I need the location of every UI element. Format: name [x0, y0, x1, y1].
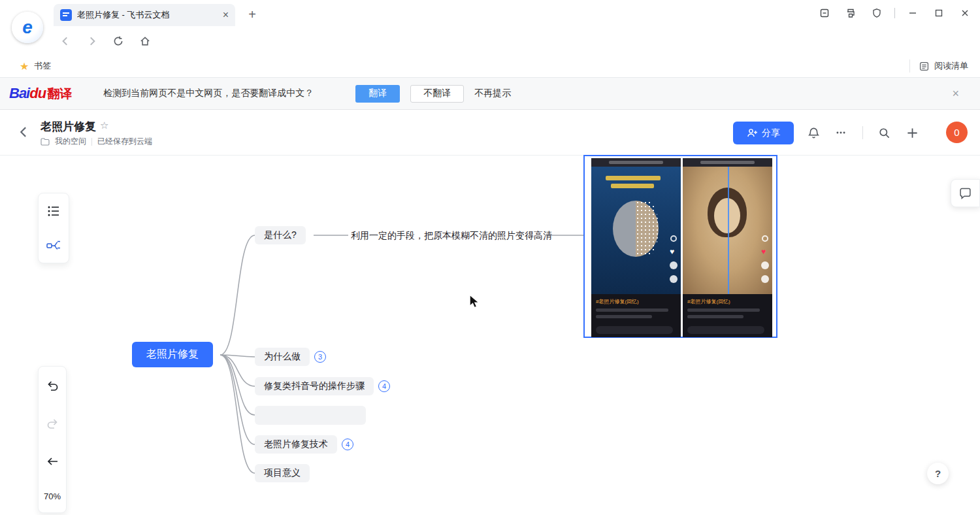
maximize-button[interactable] — [928, 3, 950, 23]
share-button[interactable]: 分享 — [733, 122, 794, 144]
translate-bar: Baidu翻译 检测到当前网页不是中文网页，是否要翻译成中文？ 翻译 不翻译 不… — [0, 77, 980, 110]
browser-logo-letter: e — [22, 17, 33, 38]
baidu-bai: Bai — [9, 85, 29, 101]
back-icon[interactable] — [57, 33, 73, 49]
mouse-cursor — [468, 294, 480, 308]
collapsed-count-badge[interactable]: 4 — [378, 380, 390, 392]
view-toggle-panel — [38, 193, 69, 263]
mindmap-node-steps[interactable]: 修复类抖音号的操作步骤 — [255, 377, 374, 395]
baidu-fanyi: 翻译 — [47, 87, 72, 101]
zoom-level[interactable]: 70% — [44, 491, 61, 501]
feishu-favicon-icon — [60, 9, 72, 21]
more-actions-icon[interactable] — [832, 124, 849, 141]
outline-view-button[interactable] — [43, 201, 64, 222]
screenshot-titlebar — [591, 158, 681, 167]
baidu-du: du — [29, 85, 46, 101]
window-separator — [894, 8, 895, 18]
bookmarks-label: 书签 — [34, 60, 51, 72]
browser-logo-icon[interactable]: e — [12, 12, 43, 43]
tab-strip: e 老照片修复 - 飞书云文档 × + — [0, 0, 980, 26]
attached-images-group[interactable]: ♥ #老照片修复(回忆) — [583, 155, 777, 338]
translate-bar-close-icon[interactable]: × — [952, 87, 959, 101]
doc-subheader: 我的空间 已经保存到云端 — [41, 136, 152, 147]
video-action-icons: ♥ — [670, 235, 678, 283]
bookmarks-bar: ★ 书签 阅读清单 — [0, 55, 980, 77]
no-translate-button[interactable]: 不翻译 — [410, 85, 464, 103]
collapse-arrow-icon[interactable] — [44, 454, 60, 469]
mindmap-root-node[interactable]: 老照片修复 — [132, 342, 213, 367]
history-zoom-panel: 70% — [38, 366, 67, 513]
doc-title: 老照片修复 — [41, 119, 96, 134]
refresh-icon[interactable] — [110, 33, 126, 49]
notification-bell-icon[interactable] — [805, 124, 822, 141]
share-person-icon — [747, 128, 758, 138]
douyin-screenshot-left[interactable]: ♥ #老照片修复(回忆) — [591, 158, 681, 337]
browser-toolbar: ☆ 译 — [0, 26, 980, 55]
tab-close-icon[interactable]: × — [223, 10, 229, 20]
collapsed-count-badge[interactable]: 3 — [314, 351, 326, 363]
header-divider — [862, 126, 863, 139]
mindmap-annotation[interactable]: 利用一定的手段，把原本模糊不清的照片变得高清 — [351, 230, 552, 242]
mindmap-connectors — [0, 156, 980, 515]
video-caption: #老照片修复(回忆) — [591, 294, 681, 337]
bookmark-star-icon: ★ — [20, 60, 29, 73]
collapsed-count-badge[interactable]: 4 — [342, 439, 353, 450]
space-breadcrumb[interactable]: 我的空间 — [55, 136, 86, 147]
close-window-button[interactable] — [954, 3, 976, 23]
minimize-button[interactable] — [902, 3, 924, 23]
mindmap-node-empty[interactable] — [255, 406, 366, 425]
old-photo-portrait: ♥ — [683, 167, 772, 294]
undo-icon[interactable] — [44, 378, 60, 393]
workspace-icon[interactable] — [813, 3, 836, 23]
doc-header: 老照片修复 ☆ 我的空间 已经保存到云端 分享 0 — [0, 110, 980, 156]
home-icon[interactable] — [137, 33, 153, 49]
comment-bubble-icon — [959, 188, 972, 199]
folder-icon — [41, 138, 50, 146]
comment-panel-button[interactable] — [951, 179, 980, 207]
reading-list-button[interactable]: 阅读清单 — [909, 59, 980, 73]
save-status: 已经保存到云端 — [97, 136, 152, 147]
browser-tab[interactable]: 老照片修复 - 飞书云文档 × — [54, 4, 235, 26]
video-caption: #老照片修复(回忆) — [683, 294, 772, 337]
restored-photo-demo: ♥ — [591, 167, 681, 294]
mindmap-view-button[interactable] — [43, 235, 64, 256]
user-avatar[interactable]: 0 — [946, 122, 968, 143]
print-icon[interactable] — [840, 3, 862, 23]
favorite-star-icon[interactable]: ☆ — [100, 120, 108, 131]
dismiss-link[interactable]: 不再提示 — [474, 88, 511, 99]
douyin-screenshot-right[interactable]: ♥ #老照片修复(回忆) — [683, 158, 772, 337]
caption-text: #老照片修复(回忆) — [687, 298, 768, 305]
redo-icon[interactable] — [44, 416, 60, 431]
browser-window: e 老照片修复 - 飞书云文档 × + — [0, 0, 980, 515]
help-button[interactable]: ? — [927, 463, 949, 484]
bookmarks-folder[interactable]: ★ 书签 — [0, 60, 51, 73]
share-label: 分享 — [762, 127, 780, 139]
baidu-translate-logo: Baidu翻译 — [0, 85, 72, 103]
screenshot-titlebar — [683, 158, 772, 167]
mindmap-node-why[interactable]: 为什么做 — [255, 348, 310, 366]
video-action-icons: ♥ — [761, 235, 769, 283]
forward-icon[interactable] — [84, 33, 100, 49]
mindmap-node-what[interactable]: 是什么? — [255, 226, 306, 244]
create-new-icon[interactable] — [904, 124, 921, 141]
translate-message: 检测到当前网页不是中文网页，是否要翻译成中文？ — [103, 88, 314, 99]
doc-back-icon[interactable] — [16, 124, 31, 140]
window-controls — [813, 0, 980, 26]
reading-list-icon — [919, 61, 929, 71]
translate-button[interactable]: 翻译 — [355, 85, 400, 103]
reading-list-label: 阅读清单 — [934, 60, 968, 72]
caption-text: #老照片修复(回忆) — [596, 298, 676, 305]
new-tab-button[interactable]: + — [243, 5, 261, 24]
search-icon[interactable] — [875, 124, 892, 141]
mindmap-node-tech[interactable]: 老照片修复技术 — [255, 435, 337, 454]
mindmap-canvas[interactable]: 老照片修复 是什么? 利用一定的手段，把原本模糊不清的照片变得高清 为什么做 3… — [0, 156, 980, 515]
mindmap-node-meaning[interactable]: 项目意义 — [255, 464, 310, 482]
subheader-divider — [91, 138, 92, 146]
tab-title: 老照片修复 - 飞书云文档 — [77, 9, 218, 21]
shield-icon[interactable] — [866, 3, 888, 23]
